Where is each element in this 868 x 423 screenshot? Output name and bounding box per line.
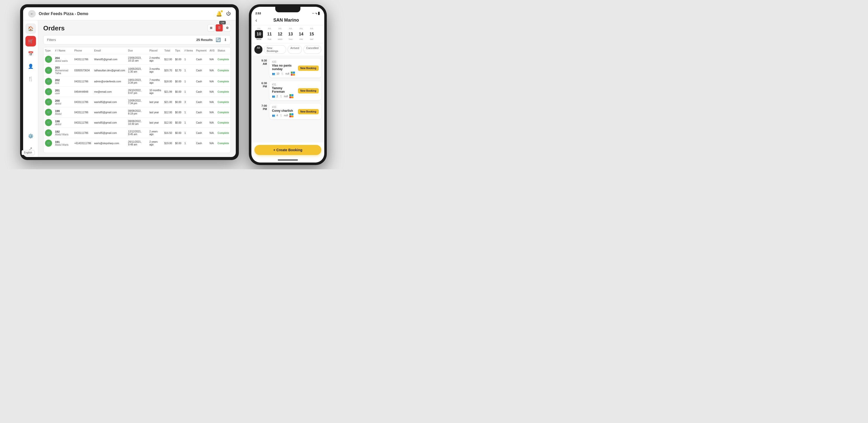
- filter-tab-arrived[interactable]: Arrived: [287, 45, 302, 54]
- table-row[interactable]: 🛒 198 abdul 0433111786 waris85@gmail.com…: [43, 118, 230, 128]
- booking-ref: #20: [272, 61, 296, 63]
- waitlist-count: null: [284, 114, 288, 117]
- color-grid: [291, 72, 295, 75]
- cell-type: 🛒: [43, 138, 54, 149]
- sidebar-users-icon[interactable]: 👤: [25, 61, 36, 72]
- date-item-13[interactable]: JUL 13 THU: [286, 27, 295, 41]
- cell-placed: last year: [148, 118, 163, 128]
- notification-dot: [221, 10, 223, 12]
- cell-total: $12.00: [163, 54, 174, 65]
- new-booking-button[interactable]: New Booking: [298, 88, 319, 93]
- date-number: 14: [297, 30, 305, 38]
- phone-status-icons: ··· ∿ ▋: [312, 12, 320, 15]
- home-indicator: [251, 158, 324, 163]
- phone-back-button[interactable]: ‹: [255, 17, 257, 23]
- cell-items: 1: [183, 138, 194, 149]
- booking-time: 9:30AM: [254, 59, 267, 66]
- cell-items: 1: [183, 65, 194, 76]
- col-tips: Tips: [174, 47, 183, 54]
- cell-total: $12.00: [163, 107, 174, 118]
- cell-avs: N/A: [208, 97, 216, 107]
- table-row[interactable]: 🛒 204 abdul waris 0433111786 Waris85@gma…: [43, 54, 230, 65]
- col-email: Email: [93, 47, 127, 54]
- table-row[interactable]: 🛒 201 user 0454444848 me@email.com 26/10…: [43, 87, 230, 97]
- notification-icon[interactable]: 🔔: [216, 11, 222, 17]
- date-item-15[interactable]: JUL 15 SAT: [307, 27, 316, 41]
- sidebar-settings-icon[interactable]: ⚙️: [25, 131, 36, 141]
- phone-screen: 2:53 ··· ∿ ▋ ‹ SAN Marino JUL 10 MON JUL…: [251, 7, 324, 163]
- tablet-topbar: ← Order Feeds Pizza - Demo 🔔 ⏻: [23, 7, 236, 20]
- date-day: SAT: [310, 38, 314, 40]
- refresh-icon[interactable]: 🔄: [216, 37, 221, 42]
- download-icon[interactable]: ⬇: [224, 37, 227, 42]
- tablet-main-content: Orders List ⊞ ☰ ⚙ Filters 25 Results: [38, 20, 236, 157]
- date-item-11[interactable]: JUL 11 TUE: [265, 27, 274, 41]
- power-icon[interactable]: ⏻: [226, 11, 231, 16]
- col-type: Type: [43, 47, 54, 54]
- cell-payment: Cash: [194, 97, 208, 107]
- cell-due: 26/10/2022, 9:47 pm: [127, 87, 148, 97]
- cell-avs: N/A: [208, 54, 216, 65]
- cell-name: 203 Muhammad Talha: [54, 65, 73, 76]
- date-day: THU: [288, 38, 292, 40]
- phone-device: 2:53 ··· ∿ ▋ ‹ SAN Marino JUL 10 MON JUL…: [249, 4, 327, 165]
- cell-type: 🛒: [43, 118, 54, 128]
- cell-tips: $0.00: [174, 54, 183, 65]
- cell-due: 26/11/2021, 9:48 am: [127, 138, 148, 149]
- sidebar-orders-icon[interactable]: 🛒: [25, 36, 36, 46]
- booking-card[interactable]: #33 Corey charlish 👥 4 🍴 null New Bookin…: [270, 104, 321, 119]
- filter-tab-cancelled[interactable]: Cancelled: [303, 45, 321, 54]
- list-view-btn[interactable]: ☰: [216, 24, 223, 31]
- table-row[interactable]: 🛒 203 Muhammad Talha 03055573634 talhasu…: [43, 65, 230, 76]
- booking-card[interactable]: #20 Vlas no pants sunday 👥 10 🍴 null New…: [270, 59, 321, 77]
- cell-placed: 3 months ago: [148, 65, 163, 76]
- cell-placed: last year: [148, 107, 163, 118]
- cell-items: 1: [183, 54, 194, 65]
- venue-title: SAN Marino: [260, 18, 313, 23]
- waitlist-count: null: [285, 72, 289, 75]
- cell-phone: 0433111786: [73, 118, 93, 128]
- date-item-10[interactable]: JUL 10 MON: [254, 27, 264, 41]
- date-item-14[interactable]: JUL 14 FRI: [297, 27, 306, 41]
- table-row[interactable]: 🛒 192 Abdul Waris 0433111786 waris85@gma…: [43, 128, 230, 138]
- sidebar: 🏠 🛒 📅 👤 🍴 ⚙️ ↗: [23, 20, 38, 157]
- grid-view-btn[interactable]: ⊞: [208, 24, 215, 31]
- fork-icon: 🍴: [280, 95, 283, 98]
- cell-name: 202 test: [54, 76, 73, 87]
- date-item-12[interactable]: JUL 12 WED: [276, 27, 284, 41]
- cell-due: 12/12/2021, 9:45 am: [127, 128, 148, 138]
- sidebar-home-icon[interactable]: 🏠: [25, 23, 36, 34]
- filter-tab-all[interactable]: All: [254, 45, 262, 54]
- topbar-icons: 🔔 ⏻: [216, 11, 231, 17]
- col-name: # / Name: [54, 47, 73, 54]
- cell-phone: 0433111786: [73, 97, 93, 107]
- orders-table: Type # / Name Phone Email Due Placed Tot…: [43, 47, 231, 153]
- cell-total: $19.00: [163, 138, 174, 149]
- sidebar-menu-icon[interactable]: 🍴: [25, 74, 36, 84]
- cell-tips: $2.70: [174, 65, 183, 76]
- booking-card[interactable]: #31 Tammy Foreman 👥 2 🍴 null New Booking: [270, 81, 321, 100]
- new-booking-button[interactable]: New Booking: [298, 66, 319, 71]
- booking-name: Corey charlish: [272, 109, 296, 112]
- table-row[interactable]: 🛒 200 abdul 0433111786 waris85@gmail.com…: [43, 97, 230, 107]
- phone-frame: 2:53 ··· ∿ ▋ ‹ SAN Marino JUL 10 MON JUL…: [249, 4, 327, 165]
- cell-email: waris85@gmail.com: [93, 97, 127, 107]
- create-booking-button[interactable]: + Create Booking: [254, 145, 321, 155]
- waitlist-count: null: [284, 95, 288, 98]
- table-row[interactable]: 🛒 202 test 0433111786 admin@orderfeeds.c…: [43, 76, 230, 87]
- date-number: 15: [308, 30, 316, 38]
- table-row[interactable]: 🛒 199 Abdul 0433111786 waris85@gmail.com…: [43, 107, 230, 118]
- cell-name: 204 abdul waris: [54, 54, 73, 65]
- tablet-device: ← Order Feeds Pizza - Demo 🔔 ⏻ 🏠 🛒 📅: [20, 4, 239, 165]
- back-button[interactable]: ←: [28, 10, 36, 18]
- settings-view-btn[interactable]: ⚙: [224, 24, 231, 31]
- filter-tab-new-bookings[interactable]: New Bookings: [264, 45, 286, 54]
- date-month: JUL: [310, 27, 313, 30]
- cell-items: 1: [183, 76, 194, 87]
- sidebar-calendar-icon[interactable]: 📅: [25, 48, 36, 59]
- new-booking-button[interactable]: New Booking: [298, 109, 319, 114]
- cell-name: 198 abdul: [54, 118, 73, 128]
- language-badge[interactable]: English: [22, 150, 34, 155]
- fork-icon: 🍴: [281, 72, 284, 75]
- table-row[interactable]: 🛒 191 Abdul Waris +61433111786 waris@ste…: [43, 138, 230, 149]
